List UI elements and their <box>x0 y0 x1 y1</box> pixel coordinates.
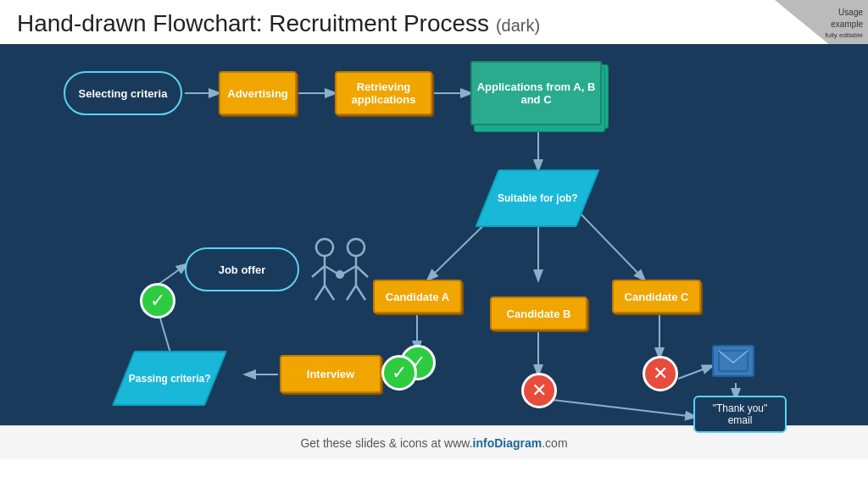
flowchart-canvas: Selecting criteria Advertising Retrievin… <box>0 44 868 425</box>
email-icon <box>712 345 754 377</box>
applications-node: Applications from A, B and C <box>470 61 602 125</box>
advertising-node: Advertising <box>219 71 297 115</box>
svg-point-30 <box>336 270 344 279</box>
candidate-a-node: Candidate A <box>373 280 462 313</box>
retrieving-node: Retrieving applications <box>335 71 432 115</box>
page-title: Hand-drawn Flowchart: Recruitment Proces… <box>17 10 851 37</box>
svg-line-28 <box>347 286 356 300</box>
svg-line-16 <box>157 264 186 286</box>
check-icon-interview: ✓ <box>381 355 417 391</box>
header: Hand-drawn Flowchart: Recruitment Proces… <box>0 0 868 44</box>
passing-criteria-node: Passing criteria? <box>123 351 216 406</box>
interview-node: Interview <box>280 355 381 393</box>
svg-line-22 <box>315 286 325 300</box>
thankyou-node: "Thank you" email <box>693 396 787 433</box>
svg-line-12 <box>538 398 695 417</box>
candidate-c-node: Candidate C <box>612 280 701 313</box>
svg-line-20 <box>312 266 325 277</box>
svg-line-23 <box>325 286 334 300</box>
suitable-node: Suitable for job? <box>487 169 588 227</box>
selecting-criteria-node: Selecting criteria <box>64 71 182 115</box>
svg-line-29 <box>356 286 365 300</box>
person-figure <box>303 230 376 319</box>
svg-point-18 <box>316 239 333 256</box>
x-icon-b: ✕ <box>521 373 557 408</box>
candidate-b-node: Candidate B <box>490 297 587 330</box>
check-icon-passing: ✓ <box>140 283 175 319</box>
footer-text: Get these slides & icons at www.infoDiag… <box>300 436 567 450</box>
svg-line-27 <box>356 266 368 277</box>
x-icon-c: ✕ <box>643 356 678 391</box>
svg-point-24 <box>348 239 364 256</box>
job-offer-node: Job offer <box>185 247 299 291</box>
svg-line-10 <box>678 366 712 379</box>
